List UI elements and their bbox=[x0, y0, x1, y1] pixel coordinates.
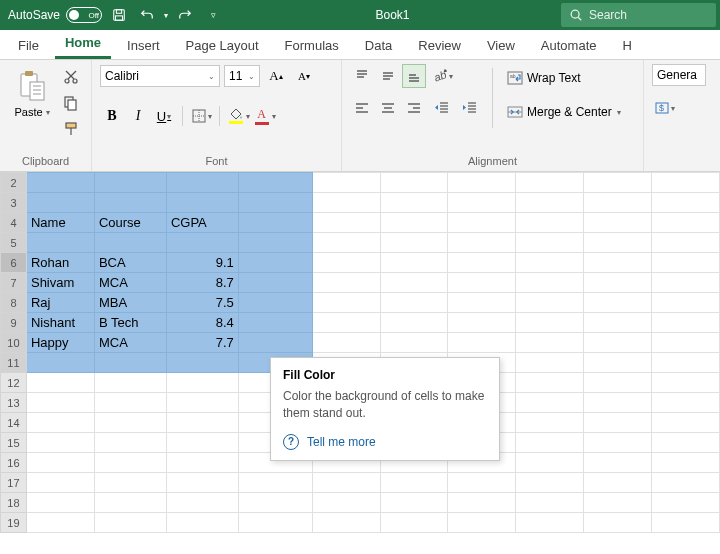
align-bottom-button[interactable] bbox=[402, 64, 426, 88]
row-header[interactable]: 7 bbox=[1, 273, 27, 293]
cut-button[interactable] bbox=[60, 66, 82, 88]
cell[interactable]: 9.1 bbox=[166, 253, 238, 273]
redo-button[interactable] bbox=[174, 4, 196, 26]
svg-rect-7 bbox=[30, 82, 44, 100]
borders-button[interactable]: ▾ bbox=[189, 104, 213, 128]
row-header[interactable]: 8 bbox=[1, 293, 27, 313]
increase-font-icon[interactable]: A▴ bbox=[264, 64, 288, 88]
worksheet[interactable]: 2 3 4NameCourseCGPA 5 6RohanBCA9.1 7Shiv… bbox=[0, 172, 720, 533]
cell[interactable]: Name bbox=[26, 213, 94, 233]
wrap-text-button[interactable]: ab Wrap Text bbox=[503, 66, 625, 90]
row-header[interactable]: 15 bbox=[1, 433, 27, 453]
paste-button[interactable]: Paste▾ bbox=[8, 64, 56, 118]
cell[interactable]: Happy bbox=[26, 333, 94, 353]
ribbon: Paste▾ Clipboard Calibri⌄ 11⌄ A▴ A▾ B I … bbox=[0, 60, 720, 172]
row-header[interactable]: 18 bbox=[1, 493, 27, 513]
search-box[interactable]: Search bbox=[561, 3, 716, 27]
tooltip-body: Color the background of cells to make th… bbox=[283, 388, 487, 422]
row-header[interactable]: 16 bbox=[1, 453, 27, 473]
font-name-combo[interactable]: Calibri⌄ bbox=[100, 65, 220, 87]
italic-button[interactable]: I bbox=[126, 104, 150, 128]
align-left-button[interactable] bbox=[350, 96, 374, 120]
cell[interactable]: B Tech bbox=[94, 313, 166, 333]
help-icon: ? bbox=[283, 434, 299, 450]
align-middle-button[interactable] bbox=[376, 64, 400, 88]
bold-button[interactable]: B bbox=[100, 104, 124, 128]
increase-indent-button[interactable] bbox=[458, 96, 482, 120]
row-header[interactable]: 3 bbox=[1, 193, 27, 213]
decrease-indent-button[interactable] bbox=[430, 96, 454, 120]
cell[interactable]: Raj bbox=[26, 293, 94, 313]
svg-point-11 bbox=[65, 79, 69, 83]
cell[interactable]: Nishant bbox=[26, 313, 94, 333]
row-header[interactable]: 9 bbox=[1, 313, 27, 333]
cell[interactable]: 8.4 bbox=[166, 313, 238, 333]
tab-view[interactable]: View bbox=[477, 32, 525, 59]
cell[interactable]: Rohan bbox=[26, 253, 94, 273]
merge-center-button[interactable]: Merge & Center▾ bbox=[503, 100, 625, 124]
row-header[interactable]: 10 bbox=[1, 333, 27, 353]
fill-color-button[interactable]: ▾ bbox=[226, 104, 250, 128]
tooltip-title: Fill Color bbox=[283, 368, 487, 382]
svg-rect-1 bbox=[116, 10, 121, 14]
search-placeholder: Search bbox=[589, 8, 627, 22]
copy-button[interactable] bbox=[60, 92, 82, 114]
tab-data[interactable]: Data bbox=[355, 32, 402, 59]
align-right-button[interactable] bbox=[402, 96, 426, 120]
save-button[interactable] bbox=[108, 4, 130, 26]
ribbon-tabs: File Home Insert Page Layout Formulas Da… bbox=[0, 30, 720, 60]
cell[interactable]: BCA bbox=[94, 253, 166, 273]
orientation-button[interactable]: ab▾ bbox=[430, 64, 454, 88]
row-header[interactable]: 4 bbox=[1, 213, 27, 233]
svg-line-4 bbox=[578, 17, 581, 20]
tab-review[interactable]: Review bbox=[408, 32, 471, 59]
row-header[interactable]: 11 bbox=[1, 353, 27, 373]
cell[interactable]: 8.7 bbox=[166, 273, 238, 293]
cell[interactable]: Course bbox=[94, 213, 166, 233]
tab-insert[interactable]: Insert bbox=[117, 32, 170, 59]
row-header[interactable]: 6 bbox=[1, 253, 27, 273]
row-header[interactable]: 14 bbox=[1, 413, 27, 433]
tab-file[interactable]: File bbox=[8, 32, 49, 59]
titlebar: AutoSave Off ▾ ▿ Book1 Search bbox=[0, 0, 720, 30]
tab-automate[interactable]: Automate bbox=[531, 32, 607, 59]
cell[interactable]: Shivam bbox=[26, 273, 94, 293]
cell[interactable]: 7.7 bbox=[166, 333, 238, 353]
cell[interactable]: MBA bbox=[94, 293, 166, 313]
underline-button[interactable]: U▾ bbox=[152, 104, 176, 128]
svg-rect-6 bbox=[25, 71, 33, 76]
autosave-label: AutoSave bbox=[8, 8, 60, 22]
workbook-title: Book1 bbox=[224, 8, 561, 22]
cell[interactable]: MCA bbox=[94, 273, 166, 293]
row-header[interactable]: 5 bbox=[1, 233, 27, 253]
svg-point-3 bbox=[571, 10, 579, 18]
tab-help[interactable]: H bbox=[613, 32, 642, 59]
number-format-combo[interactable]: Genera bbox=[652, 64, 706, 86]
cell[interactable]: MCA bbox=[94, 333, 166, 353]
row-header[interactable]: 13 bbox=[1, 393, 27, 413]
row-header[interactable]: 19 bbox=[1, 513, 27, 533]
cell[interactable]: 7.5 bbox=[166, 293, 238, 313]
tab-home[interactable]: Home bbox=[55, 29, 111, 59]
font-size-combo[interactable]: 11⌄ bbox=[224, 65, 260, 87]
row-header[interactable]: 2 bbox=[1, 173, 27, 193]
align-center-button[interactable] bbox=[376, 96, 400, 120]
qat-customize[interactable]: ▿ bbox=[202, 4, 224, 26]
format-painter-button[interactable] bbox=[60, 118, 82, 140]
accounting-format-button[interactable]: $▾ bbox=[652, 96, 676, 120]
tab-page-layout[interactable]: Page Layout bbox=[176, 32, 269, 59]
font-color-button[interactable]: A▾ bbox=[252, 104, 276, 128]
autosave-toggle[interactable]: Off bbox=[66, 7, 102, 23]
svg-point-12 bbox=[73, 79, 77, 83]
fill-color-tooltip: Fill Color Color the background of cells… bbox=[270, 357, 500, 461]
align-top-button[interactable] bbox=[350, 64, 374, 88]
decrease-font-icon[interactable]: A▾ bbox=[292, 64, 316, 88]
svg-text:$: $ bbox=[659, 103, 664, 113]
clipboard-group-label: Clipboard bbox=[8, 153, 83, 171]
undo-button[interactable] bbox=[136, 4, 158, 26]
row-header[interactable]: 17 bbox=[1, 473, 27, 493]
tab-formulas[interactable]: Formulas bbox=[275, 32, 349, 59]
tell-me-more-link[interactable]: ? Tell me more bbox=[283, 434, 487, 450]
row-header[interactable]: 12 bbox=[1, 373, 27, 393]
cell[interactable]: CGPA bbox=[166, 213, 238, 233]
